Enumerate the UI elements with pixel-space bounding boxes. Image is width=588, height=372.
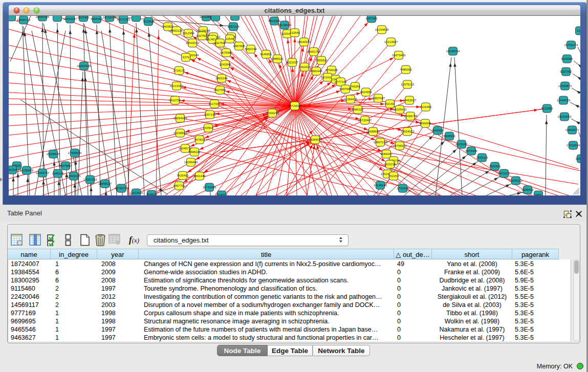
- svg-text:6466160: 6466160: [91, 17, 103, 20]
- svg-text:132546: 132546: [290, 31, 300, 34]
- svg-text:7986322: 7986322: [352, 108, 364, 111]
- svg-text:19654983: 19654983: [173, 117, 187, 120]
- svg-text:1733426: 1733426: [397, 187, 409, 190]
- svg-text:12093872: 12093872: [558, 84, 572, 87]
- svg-text:16961758: 16961758: [307, 50, 321, 53]
- svg-text:9474444: 9474444: [465, 149, 477, 152]
- svg-text:857833: 857833: [194, 138, 205, 141]
- svg-text:1615132: 1615132: [384, 163, 396, 166]
- svg-text:12546: 12546: [226, 37, 234, 40]
- svg-text:8454749: 8454749: [245, 48, 257, 51]
- svg-text:964203: 964203: [146, 193, 157, 195]
- svg-text:9379: 9379: [182, 56, 189, 59]
- svg-text:8215955: 8215955: [541, 107, 553, 110]
- svg-text:9117004: 9117004: [209, 102, 221, 105]
- svg-text:1588520: 1588520: [271, 57, 284, 60]
- svg-text:21364436: 21364436: [344, 98, 358, 101]
- svg-text:11156829: 11156829: [20, 169, 33, 172]
- svg-text:15495758: 15495758: [404, 115, 418, 118]
- svg-text:2803144: 2803144: [215, 77, 228, 80]
- svg-text:153594: 153594: [203, 126, 214, 129]
- svg-text:12444159: 12444159: [557, 99, 571, 102]
- svg-text:19756923: 19756923: [393, 144, 407, 147]
- svg-text:10973493: 10973493: [392, 54, 406, 57]
- svg-text:12975115: 12975115: [401, 83, 415, 86]
- svg-text:9242848: 9242848: [219, 63, 231, 66]
- svg-text:12213369: 12213369: [170, 84, 184, 87]
- svg-text:18300295: 18300295: [266, 112, 279, 115]
- svg-text:18463627: 18463627: [403, 99, 417, 102]
- svg-text:10654112: 10654112: [509, 179, 523, 182]
- svg-text:9777169: 9777169: [335, 80, 347, 83]
- svg-text:19654923: 19654923: [401, 130, 415, 133]
- svg-text:10688609: 10688609: [366, 130, 380, 133]
- svg-text:8813054: 8813054: [268, 19, 280, 23]
- svg-text:9084067: 9084067: [380, 152, 393, 156]
- svg-text:16782759: 16782759: [115, 187, 128, 190]
- svg-text:3357224: 3357224: [227, 25, 239, 28]
- svg-text:10719155: 10719155: [103, 16, 117, 19]
- svg-text:9450: 9450: [535, 193, 542, 195]
- svg-text:746266: 746266: [350, 85, 361, 88]
- svg-text:9457791: 9457791: [173, 184, 185, 187]
- svg-text:16154838: 16154838: [375, 28, 389, 31]
- svg-text:9115460: 9115460: [420, 105, 432, 108]
- svg-text:8660124: 8660124: [170, 29, 183, 32]
- svg-text:15716485: 15716485: [203, 186, 216, 189]
- svg-text:30975867: 30975867: [59, 164, 73, 167]
- svg-text:18724007: 18724007: [288, 104, 302, 107]
- svg-text:19218906: 19218906: [278, 24, 292, 27]
- svg-text:62160: 62160: [386, 102, 395, 105]
- svg-text:12942737: 12942737: [36, 171, 50, 174]
- svg-text:17359934: 17359934: [68, 151, 82, 155]
- svg-text:7632621: 7632621: [489, 165, 501, 168]
- svg-text:8990448: 8990448: [310, 70, 322, 73]
- svg-text:18807249: 18807249: [374, 141, 387, 144]
- svg-text:1362615: 1362615: [298, 65, 311, 69]
- svg-text:14055714: 14055714: [17, 18, 31, 21]
- svg-text:7625402: 7625402: [177, 174, 189, 177]
- svg-text:16648764: 16648764: [446, 50, 460, 53]
- svg-text:18640910: 18640910: [297, 40, 311, 43]
- svg-text:9699695: 9699695: [419, 122, 431, 125]
- svg-text:9227342: 9227342: [560, 70, 572, 73]
- svg-text:3267130: 3267130: [204, 113, 216, 116]
- svg-text:15692971: 15692971: [565, 128, 579, 132]
- svg-text:6322037: 6322037: [286, 61, 298, 64]
- svg-text:2867608: 2867608: [233, 45, 245, 48]
- svg-text:26206535: 26206535: [47, 152, 60, 156]
- svg-text:14099489: 14099489: [184, 161, 198, 164]
- svg-text:1117: 1117: [577, 29, 580, 32]
- svg-text:1167533: 1167533: [576, 157, 580, 160]
- svg-text:1024502: 1024502: [215, 193, 228, 195]
- svg-text:2935114: 2935114: [476, 156, 489, 159]
- svg-text:20053346: 20053346: [77, 64, 91, 68]
- svg-text:19384554: 19384554: [309, 138, 322, 141]
- svg-text:16671355: 16671355: [117, 18, 130, 21]
- svg-text:10543342: 10543342: [186, 41, 200, 45]
- svg-text:3624554: 3624554: [360, 91, 372, 94]
- svg-text:10958117: 10958117: [98, 182, 112, 185]
- svg-text:252254: 252254: [388, 174, 399, 178]
- svg-text:12323446: 12323446: [129, 191, 143, 194]
- svg-text:2718170: 2718170: [173, 69, 185, 72]
- svg-text:7485003: 7485003: [400, 68, 412, 71]
- svg-text:16210643: 16210643: [558, 115, 572, 118]
- svg-text:39154: 39154: [9, 168, 17, 171]
- svg-text:7515526: 7515526: [142, 20, 155, 23]
- svg-text:1640954: 1640954: [431, 129, 444, 132]
- svg-text:8427552: 8427552: [214, 89, 226, 92]
- svg-text:10653287: 10653287: [63, 17, 77, 20]
- svg-text:1527602: 1527602: [77, 16, 90, 19]
- svg-text:7955812: 7955812: [315, 59, 328, 62]
- svg-text:17957253: 17957253: [83, 178, 97, 181]
- svg-text:12503135: 12503135: [67, 174, 81, 178]
- svg-text:10807487: 10807487: [372, 97, 385, 100]
- svg-text:17016504: 17016504: [567, 144, 580, 147]
- svg-text:14136141: 14136141: [374, 184, 387, 187]
- svg-text:1610754: 1610754: [169, 99, 181, 102]
- svg-text:10025433: 10025433: [393, 108, 407, 111]
- svg-text:5938923: 5938923: [443, 135, 455, 138]
- svg-text:3912954: 3912954: [182, 32, 194, 35]
- svg-text:1691440: 1691440: [193, 174, 206, 178]
